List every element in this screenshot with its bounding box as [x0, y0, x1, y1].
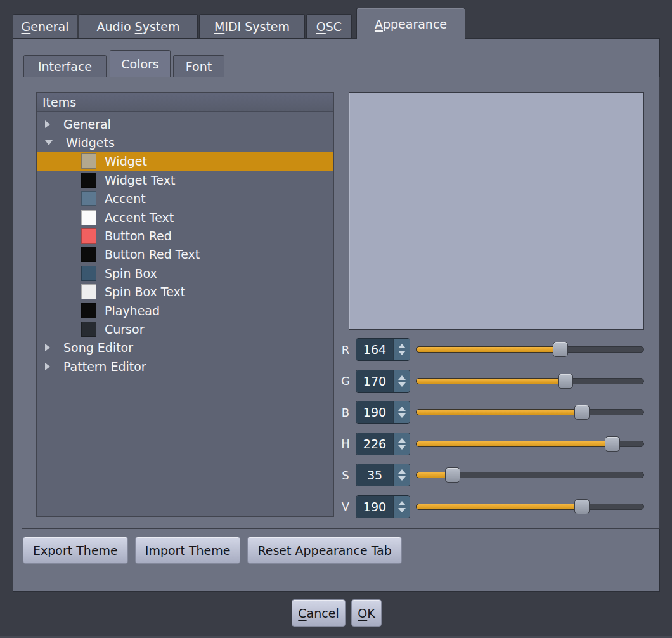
spinbox-r[interactable]: 164 [356, 338, 410, 361]
expander-collapsed-icon[interactable] [45, 120, 50, 128]
color-swatch [81, 153, 96, 169]
spinbox-value[interactable]: 190 [356, 401, 393, 423]
tree-item-cursor[interactable]: Cursor [37, 320, 333, 338]
slider-v[interactable] [416, 495, 644, 518]
spinbox-s[interactable]: 35 [356, 464, 410, 486]
tree-item-playhead[interactable]: Playhead [37, 301, 333, 320]
spinbox-value[interactable]: 164 [356, 339, 393, 360]
tab-osc[interactable]: OSC [306, 14, 352, 39]
spinbox-b[interactable]: 190 [356, 401, 410, 424]
spin-down-icon[interactable] [398, 351, 406, 355]
spinbox-value[interactable]: 170 [356, 370, 393, 392]
slider-handle[interactable] [574, 499, 590, 514]
spinbox-v[interactable]: 190 [356, 495, 410, 518]
button-label: Import Theme [145, 544, 231, 557]
slider-label: G [339, 374, 352, 387]
slider-handle[interactable] [574, 405, 590, 420]
tab-interface[interactable]: Interface [23, 55, 107, 77]
spinbox-g[interactable]: 170 [356, 370, 410, 393]
tab-label: Interface [38, 60, 92, 74]
slider-handle[interactable] [605, 436, 620, 452]
tab-font[interactable]: Font [173, 55, 224, 77]
spinbox-buttons[interactable] [393, 433, 410, 455]
button-label: Reset Appearance Tab [257, 544, 391, 557]
export-theme-button[interactable]: Export Theme [23, 537, 128, 564]
color-preview [349, 92, 644, 330]
spin-down-icon[interactable] [398, 508, 406, 512]
reset-appearance-tab-button[interactable]: Reset Appearance Tab [247, 537, 401, 564]
tree-item-label: Widget [105, 154, 147, 168]
appearance-pane: Interface Colors Font Items General [13, 38, 660, 592]
tab-audio-system[interactable]: Audio System [79, 14, 198, 39]
slider-fill [416, 441, 612, 447]
expander-collapsed-icon[interactable] [45, 363, 50, 370]
slider-b[interactable] [416, 401, 644, 424]
expander-expanded-icon[interactable] [45, 140, 53, 145]
slider-handle[interactable] [553, 342, 568, 357]
tab-label: General [22, 20, 69, 34]
tree-item-general[interactable]: General [37, 115, 333, 133]
slider-row-v: V 190 [339, 495, 644, 518]
tree-item-button-red-text[interactable]: Button Red Text [37, 245, 333, 264]
color-swatch [81, 322, 96, 337]
tree-item-accent-text[interactable]: Accent Text [37, 208, 333, 226]
slider-s[interactable] [416, 464, 644, 486]
spin-up-icon[interactable] [398, 469, 406, 474]
tree-item-spin-box[interactable]: Spin Box [37, 264, 333, 282]
tree-item-widget[interactable]: Widget [37, 152, 333, 171]
tree-item-spin-box-text[interactable]: Spin Box Text [37, 283, 333, 301]
spinbox-buttons[interactable] [393, 464, 410, 486]
slider-label: H [339, 437, 352, 450]
cancel-button[interactable]: Cancel [292, 599, 346, 627]
tab-general[interactable]: General [13, 14, 77, 39]
spin-up-icon[interactable] [398, 375, 406, 380]
spin-down-icon[interactable] [398, 413, 406, 418]
tree-item-widget-text[interactable]: Widget Text [37, 171, 333, 189]
spin-down-icon[interactable] [398, 445, 406, 450]
spin-down-icon[interactable] [398, 382, 406, 387]
spinbox-buttons[interactable] [393, 339, 410, 360]
tree-item-accent[interactable]: Accent [37, 190, 333, 208]
expander-collapsed-icon[interactable] [45, 344, 50, 351]
tree-item-button-red[interactable]: Button Red [37, 226, 333, 245]
tree-header-label: Items [42, 95, 76, 109]
spinbox-buttons[interactable] [393, 496, 410, 518]
tab-label: Font [186, 60, 212, 74]
spinbox-value[interactable]: 226 [356, 433, 393, 455]
slider-r[interactable] [416, 338, 644, 361]
spinbox-value[interactable]: 35 [356, 464, 393, 486]
spinbox-h[interactable]: 226 [356, 433, 410, 455]
slider-h[interactable] [416, 433, 644, 455]
spinbox-buttons[interactable] [393, 370, 410, 392]
spin-down-icon[interactable] [398, 476, 406, 481]
color-sliders: R 164 G 170 [339, 338, 644, 518]
colors-tab-pane: Items General Widgets Widget [22, 77, 660, 529]
tab-appearance[interactable]: Appearance [356, 8, 465, 39]
button-label: Cancel [298, 606, 339, 620]
import-theme-button[interactable]: Import Theme [135, 537, 241, 564]
color-swatch [81, 303, 96, 318]
spin-up-icon[interactable] [398, 407, 406, 411]
slider-row-h: H 226 [339, 433, 644, 455]
slider-label: S [339, 469, 352, 482]
tree-item-label: Spin Box [105, 266, 157, 280]
spin-up-icon[interactable] [398, 438, 406, 443]
tab-midi-system[interactable]: MIDI System [199, 14, 305, 39]
slider-g[interactable] [416, 370, 644, 393]
ok-button[interactable]: OK [351, 599, 382, 627]
spinbox-buttons[interactable] [393, 401, 410, 423]
tree-header: Items [37, 93, 333, 112]
slider-row-s: S 35 [339, 464, 644, 486]
tree-item-pattern-editor[interactable]: Pattern Editor [37, 357, 333, 375]
tree-item-widgets[interactable]: Widgets [37, 133, 333, 152]
slider-fill [416, 378, 565, 384]
spin-up-icon[interactable] [398, 501, 406, 505]
spinbox-value[interactable]: 190 [356, 496, 393, 518]
tree-item-label: Playhead [105, 304, 160, 318]
tree-item-song-editor[interactable]: Song Editor [37, 339, 333, 357]
spin-up-icon[interactable] [398, 344, 406, 348]
slider-label: V [339, 500, 352, 513]
slider-handle[interactable] [445, 467, 460, 483]
slider-handle[interactable] [558, 374, 573, 389]
tab-colors[interactable]: Colors [110, 50, 171, 77]
